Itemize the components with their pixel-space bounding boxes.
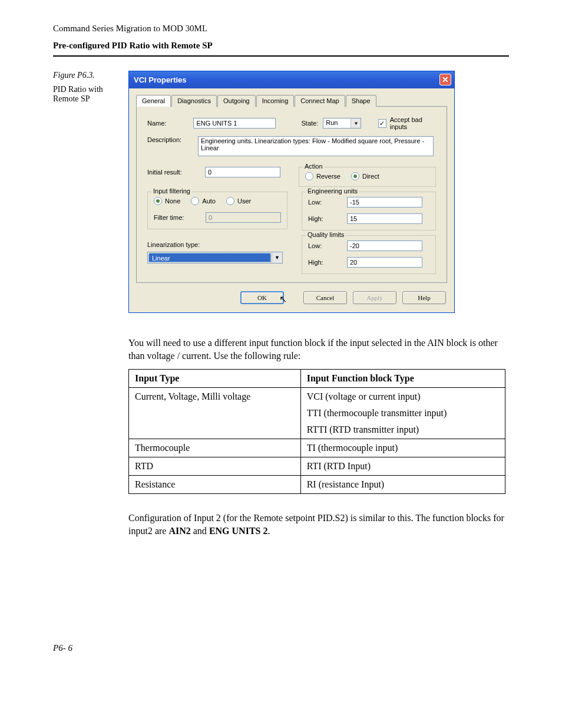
chevron-down-icon: ▼: [351, 118, 361, 128]
close-icon[interactable]: ✕: [439, 74, 451, 85]
linearization-label: Linearization type:: [147, 241, 287, 248]
q-low-input[interactable]: [347, 241, 422, 251]
action-group: Action Reverse Direct: [299, 167, 436, 187]
q-high-label: High:: [308, 259, 342, 266]
vci-properties-dialog: VCI Properties ✕ General Diagnostics Out…: [128, 71, 455, 313]
radio-checked-icon: [154, 197, 162, 205]
doc-header: Command Series Migration to MOD 30ML: [53, 24, 509, 34]
filter-user-radio[interactable]: User: [226, 197, 251, 205]
cell-line: TTI (thermocouple transmitter input): [307, 408, 499, 419]
cancel-button[interactable]: Cancel: [303, 291, 347, 304]
apply-button: Apply: [353, 291, 396, 304]
state-label: State:: [302, 120, 319, 127]
accept-bad-checkbox[interactable]: ✓ Accept bad inputs: [378, 116, 436, 130]
window-title: VCI Properties: [134, 75, 187, 84]
linearization-select[interactable]: Linear ▼: [147, 252, 283, 263]
action-direct-radio[interactable]: Direct: [351, 172, 379, 180]
filter-none-radio[interactable]: None: [154, 197, 180, 205]
linearization-value: Linear: [148, 253, 271, 262]
paragraph-1: You will need to use a different input f…: [128, 337, 505, 362]
figure-subtitle: PID Ratio with Remote SP: [53, 85, 112, 104]
figure-number: Figure P6.3.: [53, 71, 112, 80]
help-button[interactable]: Help: [402, 291, 446, 304]
text: and: [191, 526, 209, 536]
eng-units-legend: Engineering units: [306, 187, 359, 195]
q-low-label: Low:: [308, 242, 342, 249]
table-row: RTDRTI (RTD Input): [129, 457, 505, 476]
accept-bad-label: Accept bad inputs: [390, 116, 436, 130]
checkbox-checked-icon: ✓: [378, 119, 386, 128]
description-input[interactable]: Engineering units. Linearization types: …: [198, 136, 434, 156]
page-number: P6- 6: [53, 643, 509, 653]
filter-auto-radio[interactable]: Auto: [191, 197, 216, 205]
eng-high-input[interactable]: [347, 213, 422, 224]
table-header-row: Input Type Input Function block Type: [129, 370, 505, 388]
radio-unchecked-icon: [226, 197, 234, 205]
tab-outgoing[interactable]: Outgoing: [217, 95, 256, 107]
bold-text: AIN2: [168, 526, 190, 536]
cell-line: RTTI (RTD transmitter input): [307, 424, 499, 435]
divider: [53, 55, 509, 57]
radio-unchecked-icon: [191, 197, 199, 205]
tab-panel-general: Name: State: Run ▼ ✓ Accept bad inputs: [136, 107, 447, 283]
filter-user-label: User: [237, 197, 251, 205]
paragraph-2: Configuration of Input 2 (for the Remote…: [128, 512, 505, 537]
eng-low-label: Low:: [308, 199, 342, 206]
input-filtering-group: Input filtering None Auto: [147, 192, 287, 229]
action-legend: Action: [303, 163, 325, 170]
th-block-type: Input Function block Type: [300, 370, 505, 388]
tab-connect-map[interactable]: Connect Map: [295, 95, 345, 107]
q-high-input[interactable]: [347, 257, 422, 268]
action-reverse-label: Reverse: [316, 173, 340, 180]
th-input-type: Input Type: [129, 370, 301, 388]
quality-limits-group: Quality limits Low: High:: [302, 235, 436, 274]
text: .: [267, 526, 270, 536]
description-label: Description:: [147, 136, 193, 143]
radio-unchecked-icon: [305, 172, 313, 180]
eng-units-group: Engineering units Low: High:: [302, 192, 436, 230]
cell-line: VCI (voltage or current input): [307, 391, 499, 402]
radio-checked-icon: [351, 172, 359, 180]
bold-text: ENG UNITS 2: [209, 526, 268, 536]
tab-diagnostics[interactable]: Diagnostics: [171, 95, 217, 107]
state-value: Run: [323, 118, 351, 128]
filter-time-label: Filter time:: [154, 214, 201, 221]
tab-incoming[interactable]: Incoming: [256, 95, 295, 107]
state-select[interactable]: Run ▼: [323, 118, 361, 129]
action-direct-label: Direct: [362, 173, 379, 180]
filter-time-input: [206, 212, 281, 223]
doc-section-title: Pre-configured PID Ratio with Remote SP: [53, 41, 509, 51]
titlebar[interactable]: VCI Properties ✕: [129, 71, 454, 88]
quality-limits-legend: Quality limits: [306, 231, 346, 238]
name-input[interactable]: [193, 118, 276, 129]
name-label: Name:: [147, 120, 189, 127]
eng-low-input[interactable]: [347, 197, 422, 207]
table-row: ResistanceRI (resistance Input): [129, 476, 505, 494]
tab-strip: General Diagnostics Outgoing Incoming Co…: [136, 94, 447, 107]
action-reverse-radio[interactable]: Reverse: [305, 172, 340, 180]
tab-shape[interactable]: Shape: [346, 95, 376, 107]
filter-none-label: None: [165, 197, 180, 205]
input-type-table: Input Type Input Function block Type Cur…: [128, 369, 505, 494]
tab-general[interactable]: General: [136, 95, 171, 107]
initial-result-label: Initial result:: [147, 169, 200, 176]
figure-caption: Figure P6.3. PID Ratio with Remote SP: [53, 71, 112, 104]
table-row: ThermocoupleTI (thermocouple input): [129, 439, 505, 457]
input-filtering-legend: Input filtering: [151, 187, 192, 195]
initial-result-input[interactable]: [205, 167, 280, 177]
eng-high-label: High:: [308, 215, 342, 222]
table-row: Current, Voltage, Milli voltage VCI (vol…: [129, 388, 505, 439]
chevron-down-icon: ▼: [272, 252, 282, 263]
filter-auto-label: Auto: [202, 197, 216, 205]
ok-button[interactable]: OK: [240, 291, 284, 304]
